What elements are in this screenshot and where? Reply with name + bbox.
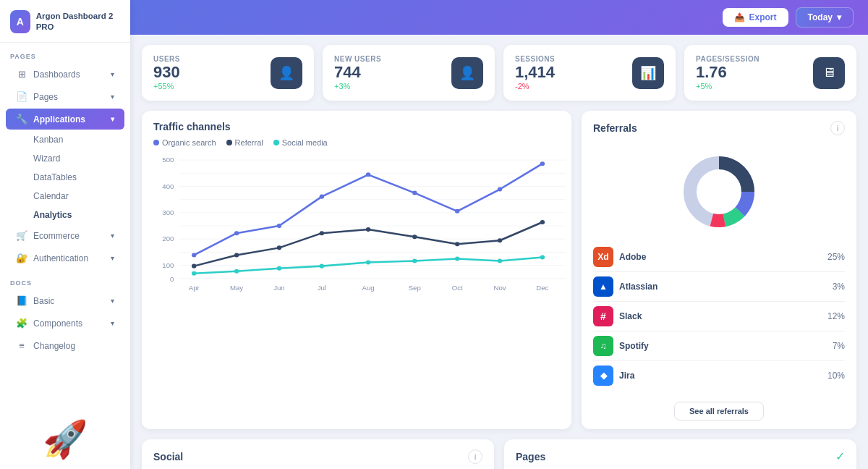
stat-value-new-users: 744 (334, 63, 381, 82)
stat-change-sessions: -2% (515, 82, 555, 90)
referral-item-slack: # Slack 12% (593, 302, 845, 331)
sidebar-sub-item-datatables[interactable]: DataTables (6, 169, 124, 186)
middle-row: Traffic channels Organic search Referral… (142, 111, 856, 429)
social-info-button[interactable]: i (468, 449, 482, 464)
chevron-down-icon: ▾ (111, 70, 114, 78)
stat-info-new-users: NEW USERS 744 +3% (334, 55, 381, 90)
adobe-logo: Xd (593, 247, 613, 267)
sidebar-item-label: Authentication (33, 253, 88, 263)
svg-point-42 (540, 220, 545, 224)
svg-text:Apr: Apr (189, 284, 200, 292)
stat-card-sessions: SESSIONS 1,414 -2% 📊 (503, 45, 676, 101)
svg-text:200: 200 (162, 236, 174, 243)
stat-label-pages-session: PAGES/SESSION (696, 55, 760, 63)
sidebar-item-applications[interactable]: 🔧 Applications ▾ (6, 109, 124, 130)
svg-point-38 (366, 227, 370, 232)
sidebar-item-pages[interactable]: 📄 Pages ▾ (6, 86, 124, 107)
atlassian-label: Atlassian (619, 282, 658, 292)
chevron-down-icon: ▾ (111, 93, 114, 101)
auth-icon: 🔐 (16, 253, 27, 263)
sidebar-sub-item-calendar[interactable]: Calendar (6, 187, 124, 205)
pages-card-title: Pages (516, 451, 545, 462)
slack-logo: # (593, 306, 613, 326)
svg-text:100: 100 (162, 262, 174, 269)
svg-point-34 (192, 264, 196, 269)
spotify-logo: ♫ (593, 336, 613, 356)
stat-info-users: USERS 930 +55% (153, 55, 180, 90)
today-button[interactable]: Today ▾ (796, 7, 854, 28)
svg-text:Jun: Jun (273, 284, 285, 292)
svg-text:Aug: Aug (362, 284, 374, 292)
see-all-referrals-button[interactable]: See all referrals (674, 402, 764, 421)
legend-social: Social media (273, 138, 328, 147)
sidebar-item-components[interactable]: 🧩 Components ▾ (6, 313, 124, 334)
sidebar-sub-item-analytics[interactable]: Analytics (6, 206, 124, 224)
sidebar-item-authentication[interactable]: 🔐 Authentication ▾ (6, 248, 124, 269)
svg-text:Jul: Jul (318, 284, 326, 292)
legend-referral: Referral (226, 138, 263, 147)
referral-donut-chart (582, 141, 856, 242)
svg-point-37 (320, 231, 324, 235)
section-label-docs: DOCS (0, 269, 130, 290)
traffic-card-title: Traffic channels (153, 121, 231, 132)
stat-info-sessions: SESSIONS 1,414 -2% (515, 55, 555, 90)
referrals-info-button[interactable]: i (830, 121, 845, 135)
brand-name: Argon Dashboard 2 PRO (36, 11, 120, 33)
content-area: USERS 930 +55% 👤 NEW USERS 744 +3% 👤 SES… (130, 35, 868, 469)
bottom-row: Social i f Facebook 80% (142, 439, 856, 469)
sidebar-sub-item-wizard[interactable]: Wizard (6, 150, 124, 167)
sidebar-item-label: Applications (33, 114, 85, 124)
legend-organic: Organic search (153, 138, 216, 147)
sidebar-item-basic[interactable]: 📘 Basic ▾ (6, 290, 124, 311)
referral-brand-atlassian: ▲ Atlassian (593, 276, 658, 297)
svg-text:500: 500 (162, 156, 174, 164)
adobe-pct: 25% (827, 252, 845, 262)
legend-dot-social (273, 140, 279, 145)
section-label-pages: PAGES (0, 43, 130, 63)
svg-point-27 (277, 224, 281, 228)
stat-icon-users: 👤 (271, 57, 302, 89)
chevron-down-icon: ▾ (111, 297, 114, 305)
svg-point-36 (277, 245, 281, 250)
svg-point-44 (234, 269, 239, 274)
atlassian-pct: 3% (833, 282, 845, 292)
social-card: Social i f Facebook 80% (142, 439, 494, 469)
applications-icon: 🔧 (16, 114, 27, 124)
referral-brand-slack: # Slack (593, 306, 642, 326)
sidebar-item-dashboards[interactable]: ⊞ Dashboards ▾ (6, 64, 124, 85)
sidebar-item-label: Components (33, 318, 82, 329)
svg-text:0: 0 (170, 276, 174, 283)
sidebar-item-ecommerce[interactable]: 🛒 Ecommerce ▾ (6, 225, 124, 246)
sidebar-item-changelog[interactable]: ≡ Changelog (6, 335, 124, 356)
today-label: Today (808, 12, 833, 22)
donut-svg (676, 148, 762, 235)
social-card-header: Social i (142, 439, 494, 469)
sidebar-item-label: Basic (33, 296, 54, 306)
stat-label-sessions: SESSIONS (515, 55, 555, 63)
referrals-card-title: Referrals (593, 122, 637, 134)
spotify-pct: 7% (833, 341, 845, 351)
svg-point-39 (412, 234, 417, 239)
stats-row: USERS 930 +55% 👤 NEW USERS 744 +3% 👤 SES… (142, 45, 856, 101)
svg-text:400: 400 (162, 183, 174, 190)
pages-icon: 📄 (16, 91, 27, 102)
referrals-card-header: Referrals i (582, 111, 856, 141)
stat-icon-new-users: 👤 (451, 57, 483, 89)
brand-header: A Argon Dashboard 2 PRO (0, 0, 130, 43)
svg-point-31 (455, 209, 459, 214)
chevron-down-icon: ▾ (837, 12, 841, 22)
svg-text:300: 300 (162, 209, 174, 216)
pages-card-header: Pages ✓ (504, 439, 856, 469)
stat-change-new-users: +3% (334, 82, 381, 90)
sidebar-sub-item-kanban[interactable]: Kanban (6, 131, 124, 148)
export-label: Export (749, 12, 777, 22)
export-button[interactable]: 📤 Export (723, 8, 788, 27)
svg-point-35 (234, 253, 239, 257)
svg-point-49 (455, 256, 459, 261)
stat-card-new-users: NEW USERS 744 +3% 👤 (323, 45, 495, 101)
svg-point-45 (277, 266, 281, 271)
changelog-icon: ≡ (16, 340, 27, 351)
chevron-down-icon: ▾ (111, 319, 114, 327)
referral-item-atlassian: ▲ Atlassian 3% (593, 272, 845, 302)
jira-pct: 10% (827, 371, 845, 381)
